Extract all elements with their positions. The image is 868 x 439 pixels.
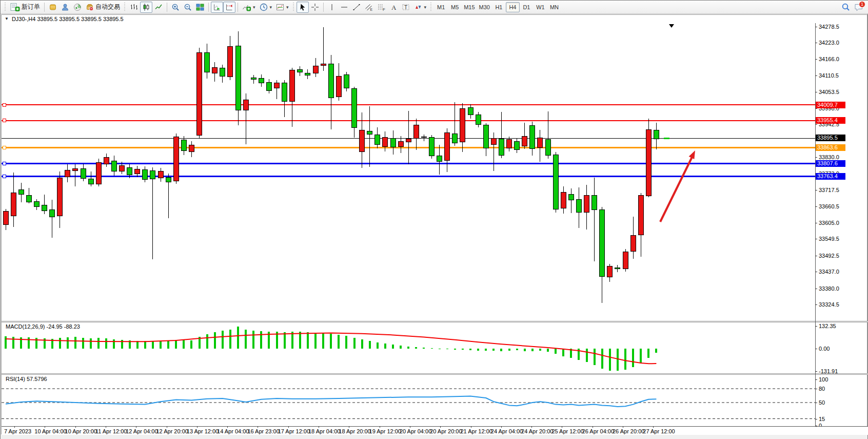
price-tick	[815, 272, 817, 272]
new-order-button[interactable]: 新订单	[8, 2, 42, 13]
auto-trading-button[interactable]: 自动交易	[84, 2, 122, 13]
timeframe-w1[interactable]: W1	[534, 2, 547, 12]
svg-text:F: F	[383, 7, 385, 11]
arrows-button[interactable]: ▾	[412, 2, 429, 13]
time-axis-label: 18 Apr 04:00	[308, 428, 340, 434]
time-axis-label: 20 Apr 20:00	[430, 428, 462, 434]
time-tick	[349, 426, 349, 428]
zoom-out-button[interactable]	[182, 2, 194, 13]
price-tick	[815, 304, 817, 305]
macd-tick-label: 132.35	[819, 323, 836, 329]
market-button[interactable]	[47, 2, 59, 13]
text-label-button[interactable]: T	[400, 2, 412, 13]
fibonacci-button[interactable]: F	[375, 2, 387, 13]
equidistant-channel-button[interactable]: E	[363, 2, 375, 13]
time-tick	[75, 426, 76, 428]
time-tick	[623, 426, 623, 428]
bar-chart-button[interactable]	[128, 2, 140, 13]
community-button[interactable]	[59, 2, 71, 13]
toolbar-separator	[167, 3, 167, 12]
auto-scroll-button[interactable]	[211, 2, 223, 13]
notification-badge: 1	[859, 1, 865, 8]
price-tick	[815, 75, 817, 76]
rsi-tick-label: 15	[819, 416, 825, 422]
support-2-anchor[interactable]	[3, 175, 6, 178]
search-button[interactable]	[839, 2, 852, 13]
time-tick	[593, 426, 593, 428]
timeframe-d1[interactable]: D1	[520, 2, 534, 12]
chat-button[interactable]: 1	[852, 2, 865, 13]
mt4-terminal: 新订单自动交易▾▾▾EFAT▾M1M5M15M30H1H4D1W1MN1 ▼ D…	[0, 0, 868, 439]
zoom-out-icon	[184, 3, 192, 11]
time-axis[interactable]: 7 Apr 202310 Apr 04:0010 Apr 20:0011 Apr…	[2, 426, 868, 435]
bar-chart-icon	[130, 3, 138, 11]
toolbar-separator	[323, 3, 324, 12]
new-order-icon	[10, 3, 20, 11]
time-tick	[319, 426, 319, 428]
tile-windows-button[interactable]	[194, 2, 206, 13]
clock-icon	[260, 3, 268, 11]
rsi-tick	[815, 419, 817, 419]
timeframe-h4[interactable]: H4	[506, 2, 520, 12]
crosshair-button[interactable]	[309, 2, 321, 13]
signals-button[interactable]	[71, 2, 84, 13]
time-tick	[471, 426, 471, 428]
price-tick	[815, 239, 817, 239]
timeframe-mn[interactable]: MN	[547, 2, 561, 12]
trendline-button[interactable]	[350, 2, 363, 13]
price-tick-label: 34278.5	[819, 24, 839, 30]
timeframe-m5[interactable]: M5	[448, 2, 462, 12]
macd-label: MACD(12,26,9) -24.95 -88.23	[6, 323, 80, 330]
zoom-in-button[interactable]	[169, 2, 182, 13]
tile-windows-icon	[196, 3, 204, 11]
time-axis-label: 20 Apr 04:00	[400, 428, 431, 434]
arrow-annotation-shaft[interactable]	[660, 157, 692, 222]
dropdown-caret-icon: ▾	[286, 5, 289, 10]
template-chart-icon	[276, 3, 284, 11]
main-toolbar: 新订单自动交易▾▾▾EFAT▾M1M5M15M30H1H4D1W1MN1	[1, 1, 868, 14]
support-1-anchor[interactable]	[3, 162, 6, 165]
timeframe-h1[interactable]: H1	[492, 2, 506, 12]
price-tick-label: 34053.5	[819, 89, 839, 95]
cursor-button[interactable]	[297, 2, 309, 13]
time-tick	[653, 426, 654, 428]
macd-tick	[815, 349, 817, 349]
templates-button[interactable]: ▾	[274, 2, 291, 13]
time-tick	[197, 426, 198, 428]
toolbar-grip	[430, 3, 432, 12]
resistance-1-anchor[interactable]	[3, 103, 6, 107]
add-indicator-button[interactable]: ▾	[240, 2, 258, 13]
price-tick-label: 33830.0	[819, 154, 839, 160]
time-axis-label: 17 Apr 12:00	[278, 428, 310, 434]
chart-shift-button[interactable]	[223, 2, 235, 13]
channel-icon: E	[365, 3, 373, 11]
text-icon: A	[389, 3, 398, 11]
timeframe-m1[interactable]: M1	[434, 2, 448, 12]
dropdown-caret-icon: ▾	[270, 5, 272, 10]
timeframe-m15[interactable]: M15	[462, 2, 477, 12]
price-tick-label: 34166.0	[819, 56, 839, 62]
vertical-line-button[interactable]	[326, 2, 338, 13]
time-tick	[501, 426, 502, 428]
macd-tick-label: 0.00	[819, 346, 830, 352]
horizontal-line-button[interactable]	[338, 2, 350, 13]
time-axis-label: 7 Apr 2023	[4, 428, 31, 434]
pivot-orange-anchor[interactable]	[3, 146, 6, 149]
line-chart-button[interactable]	[152, 2, 165, 13]
candlestick-chart-button[interactable]	[140, 2, 152, 13]
resistance-2-anchor[interactable]	[3, 119, 6, 122]
text-button[interactable]: A	[387, 2, 400, 13]
time-axis-label: 12 Apr 20:00	[156, 428, 188, 434]
time-axis-label: 18 Apr 20:00	[339, 428, 370, 434]
line-chart-icon	[154, 3, 163, 11]
timeframe-m30[interactable]: M30	[477, 2, 492, 12]
svg-text:A: A	[391, 3, 397, 11]
auto-trading-button-label: 自动交易	[95, 3, 120, 11]
periods-button[interactable]: ▾	[258, 2, 274, 13]
time-axis-label: 13 Apr 12:00	[187, 428, 219, 434]
toolbar-separator	[44, 3, 45, 12]
toolbar-separator	[238, 3, 238, 12]
candlestick-icon	[142, 3, 150, 11]
price-tick	[815, 59, 817, 60]
price-tick-label: 33492.5	[819, 253, 839, 259]
